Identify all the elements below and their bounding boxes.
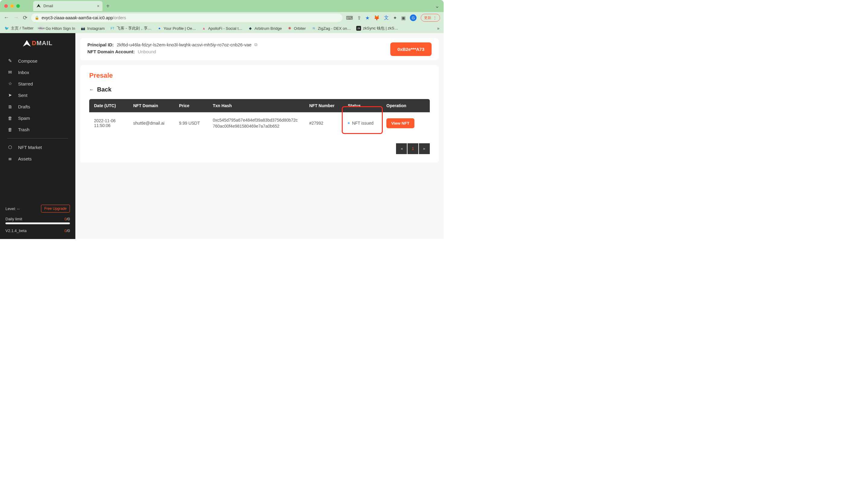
zksync-icon: zk	[356, 26, 361, 31]
account-header-card: Principal ID: 2kf6d-u46la-fdzyr-ls2em-kn…	[80, 38, 439, 60]
sidebar-item-compose[interactable]: ✎Compose	[7, 55, 68, 67]
extensions-icon[interactable]: ✦	[393, 15, 397, 21]
col-price: Price	[174, 103, 208, 108]
daily-limit-bar	[5, 223, 70, 224]
daily-limit-label: Daily limit	[5, 217, 22, 221]
cell-number: #27992	[304, 121, 343, 126]
col-date: Date (UTC)	[89, 103, 128, 108]
bookmarks-bar: 🐦主页 / Twitter HiltonGo Hilton Sign In 📷I…	[0, 24, 444, 33]
bookmark-star-icon[interactable]: ★	[365, 15, 370, 21]
reload-icon[interactable]: ⟳	[23, 14, 27, 21]
version-label: V2.1.4_beta	[5, 229, 27, 233]
spam-icon: 🗑	[7, 115, 13, 121]
bookmark-item[interactable]: ◆Arbitrum Bridge	[248, 26, 282, 31]
sidebar-item-starred[interactable]: ☆Starred	[7, 78, 68, 90]
translate-icon[interactable]: ⌨	[346, 15, 353, 21]
cell-domain: shuttle@dmail.ai	[128, 121, 174, 126]
drafts-icon: 🗎	[7, 104, 13, 109]
chevron-down-icon[interactable]: ⌄	[435, 3, 439, 9]
orbiter-icon: ✺	[287, 26, 292, 31]
bookmark-item[interactable]: HiltonGo Hilton Sign In	[39, 26, 75, 31]
divider	[7, 138, 68, 138]
bookmarks-overflow-icon[interactable]: »	[437, 26, 439, 31]
arbitrum-icon: ◆	[248, 26, 253, 31]
table-row: 2022-11-06 11:50:06 shuttle@dmail.ai 9.9…	[89, 112, 430, 134]
copy-icon[interactable]: ⧉	[254, 42, 257, 47]
profile-avatar[interactable]: G	[410, 14, 416, 21]
view-nft-button[interactable]: View NFT	[386, 118, 414, 128]
pagination-next[interactable]: ▸	[419, 143, 430, 154]
bookmark-item[interactable]: 📷Instagram	[81, 26, 104, 31]
principal-id-label: Principal ID:	[87, 42, 114, 47]
cell-status: NFT issued	[343, 121, 381, 126]
bookmark-item[interactable]: zkzkSync 钱包 | zkS…	[356, 26, 398, 31]
url-path: /orders	[113, 15, 126, 20]
presale-card: Presale ← Back Date (UTC) NFT Domain Pri…	[80, 65, 439, 163]
zigzag-icon: ≋	[311, 26, 316, 31]
tab-title: Dmail	[43, 4, 95, 8]
profile-icon: ●	[157, 26, 162, 31]
tab-favicon	[36, 4, 41, 8]
lock-icon: 🔒	[35, 15, 39, 20]
sidebar-item-nft-market[interactable]: ⬡NFT Market	[7, 141, 68, 153]
version-value: 0/0	[64, 229, 70, 233]
gtranslate-icon[interactable]: 文	[384, 15, 389, 21]
nft-icon: ⬡	[7, 144, 13, 150]
presale-title: Presale	[89, 72, 430, 79]
window-close[interactable]	[4, 4, 8, 8]
col-number: NFT Number	[304, 103, 343, 108]
address-bar[interactable]: 🔒 evyc3-ziaaa-aaaak-aam5a-cai.ic0.app/or…	[31, 13, 342, 22]
url-host: evyc3-ziaaa-aaaak-aam5a-cai.ic0.app	[41, 15, 113, 20]
col-domain: NFT Domain	[128, 103, 174, 108]
sidebar-item-drafts[interactable]: 🗎Drafts	[7, 101, 68, 112]
principal-id-value: 2kf6d-u46la-fdzyr-ls2em-kno3l-lwqhk-acsv…	[117, 42, 252, 47]
cell-hash: 0xc545d795a67e484ef39a83bd3756d80b72c760…	[208, 117, 304, 130]
compose-icon: ✎	[7, 58, 13, 64]
bookmark-item[interactable]: 🐦主页 / Twitter	[4, 26, 33, 31]
nft-domain-account-value: Unbound	[138, 49, 156, 54]
tab-close-icon[interactable]: ×	[97, 4, 99, 8]
bookmark-item[interactable]: ✺Orbiter	[287, 26, 306, 31]
sidebar-item-inbox[interactable]: ✉Inbox	[7, 67, 68, 78]
metamask-icon[interactable]: 🦊	[374, 15, 380, 21]
logo-icon	[23, 40, 31, 47]
pagination: ◂ 1 ▸	[89, 143, 430, 154]
update-button[interactable]: 更新 ⋮	[421, 14, 440, 22]
sidebar-item-assets[interactable]: ≣Assets	[7, 153, 68, 164]
assets-icon: ≣	[7, 156, 13, 161]
kebab-icon: ⋮	[433, 15, 437, 20]
browser-tab[interactable]: Dmail ×	[33, 1, 102, 11]
back-button[interactable]: ← Back	[89, 86, 430, 93]
daily-limit-value: 0/0	[64, 217, 70, 221]
sidebar-item-trash[interactable]: 🗑Trash	[7, 124, 68, 135]
wallet-address-button[interactable]: 0xB2e***A73	[390, 42, 432, 56]
forward-icon: →	[13, 14, 19, 21]
sent-icon: ➤	[7, 93, 13, 98]
hilton-icon: Hilton	[39, 26, 44, 31]
bookmark-item[interactable]: ▲ApolloFi - Social t…	[201, 26, 242, 31]
nft-domain-account-label: NFT Domain Account:	[87, 49, 135, 54]
bookmark-item[interactable]: FT飞客 - 享此刻，享…	[110, 26, 152, 31]
bookmark-item[interactable]: ●Your Profile | Oe…	[157, 26, 196, 31]
bookmark-item[interactable]: ≋ZigZag - DEX on…	[311, 26, 351, 31]
window-minimize[interactable]	[10, 4, 14, 8]
level-label: Level: --	[5, 206, 20, 211]
twitter-icon: 🐦	[4, 26, 9, 31]
pagination-prev[interactable]: ◂	[396, 143, 407, 154]
new-tab-button[interactable]: +	[106, 3, 110, 10]
inbox-icon: ✉	[7, 70, 13, 75]
cell-price: 9.99 USDT	[174, 121, 208, 126]
sidebar-item-sent[interactable]: ➤Sent	[7, 90, 68, 101]
window-maximize[interactable]	[16, 4, 20, 8]
status-dot-icon	[348, 122, 350, 124]
sidebar-item-spam[interactable]: 🗑Spam	[7, 112, 68, 124]
col-status: Status	[343, 103, 381, 108]
free-upgrade-button[interactable]: Free Upgrade	[41, 205, 70, 212]
instagram-icon: 📷	[81, 26, 85, 31]
share-icon[interactable]: ⇪	[357, 15, 361, 21]
col-hash: Txn Hash	[208, 103, 304, 109]
back-icon[interactable]: ←	[4, 14, 9, 21]
panel-icon[interactable]: ▣	[401, 15, 406, 21]
col-operation: Operation	[381, 103, 424, 108]
pagination-page[interactable]: 1	[407, 143, 418, 154]
